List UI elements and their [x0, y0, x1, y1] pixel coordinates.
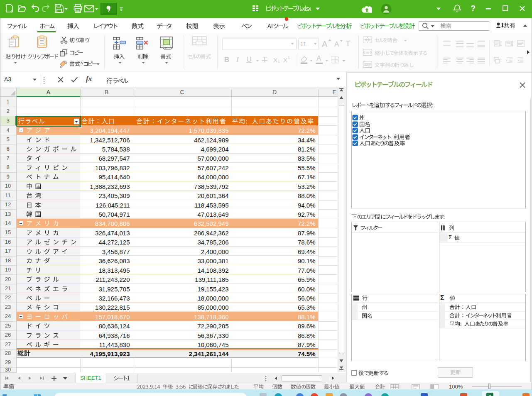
svg-text:ab: ab: [366, 51, 369, 54]
svg-text:X: X: [488, 394, 491, 396]
